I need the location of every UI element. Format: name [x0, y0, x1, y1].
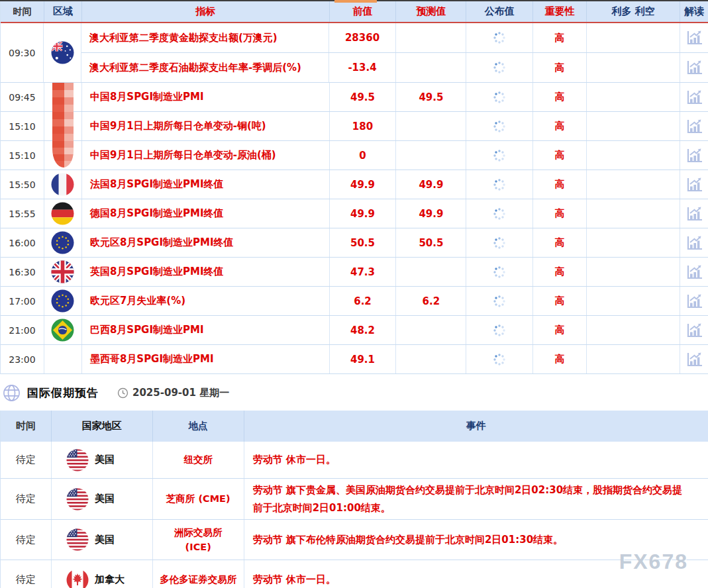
forecast-value [396, 112, 466, 140]
indicator-link[interactable]: 中国8月SPGI制造业PMI [82, 83, 330, 111]
bar-chart-arrow-icon[interactable] [685, 264, 703, 280]
event-time: 16:00 [1, 228, 44, 257]
bull-bear-cell [587, 170, 680, 199]
published-value-pending [466, 345, 533, 373]
loading-spinner-icon [493, 295, 506, 308]
forecast-value [396, 23, 466, 52]
importance-badge: 高 [533, 23, 587, 52]
loading-spinner-icon [493, 353, 506, 366]
holiday-table: 时间 国家地区 地点 事件 待定 美国 纽交所 劳动节 休市一日。 待定 美国 … [0, 411, 708, 588]
forecast-value: 49.9 [396, 170, 466, 199]
country-flag-icon [52, 83, 74, 111]
importance-badge: 高 [533, 53, 587, 82]
country-flag-icon [66, 449, 89, 471]
bar-chart-arrow-icon[interactable] [685, 148, 703, 164]
indicator-link[interactable]: 欧元区8月SPGI制造业PMI终值 [82, 228, 330, 257]
bar-chart-arrow-icon[interactable] [685, 322, 703, 338]
forecast-value [396, 345, 466, 373]
bar-chart-arrow-icon[interactable] [685, 89, 703, 105]
globe-icon [3, 384, 21, 402]
bar-chart-arrow-icon[interactable] [685, 352, 703, 368]
table-row: 澳大利亚第二季度石油勘探支出年率-季调后(%) -13.4 高 [81, 53, 708, 82]
forecast-value: 49.9 [396, 199, 466, 228]
event-time: 23:00 [1, 345, 44, 373]
section-date: 2025-09-01 星期一 [117, 387, 229, 399]
importance-badge: 高 [533, 199, 587, 228]
published-value-pending [466, 141, 533, 170]
country-flag-icon [66, 528, 89, 551]
published-value-pending [466, 53, 533, 82]
importance-badge: 高 [533, 345, 587, 373]
bar-chart-arrow-icon[interactable] [685, 235, 703, 251]
table-row: 15:10 中国9月1日上期所每日仓单变动-铜(吨) 180 高 [1, 112, 708, 141]
bar-chart-arrow-icon[interactable] [685, 206, 703, 222]
forecast-value [396, 258, 466, 286]
event-time: 17:00 [1, 287, 44, 315]
table-row: 15:50 法国8月SPGI制造业PMI终值 49.9 49.9 高 [1, 170, 708, 199]
table-row: 澳大利亚第二季度黄金勘探支出额(万澳元) 28360 高 [81, 23, 708, 53]
indicator-link[interactable]: 澳大利亚第二季度黄金勘探支出额(万澳元) [81, 23, 329, 52]
bar-chart-arrow-icon[interactable] [685, 293, 703, 309]
bull-bear-cell [587, 258, 680, 286]
forecast-value: 50.5 [396, 228, 466, 257]
event-time: 15:50 [1, 170, 44, 199]
event-time: 09:45 [1, 83, 44, 111]
published-value-pending [466, 287, 533, 315]
indicator-link[interactable]: 中国9月1日上期所每日仓单变动-铜(吨) [82, 112, 330, 140]
indicator-link[interactable]: 巴西8月SPGI制造业PMI [82, 316, 330, 344]
indicator-link[interactable]: 中国9月1日上期所每日仓单变动-原油(桶) [82, 141, 330, 170]
country-label: 加拿大 [95, 573, 125, 586]
interpret-cell [680, 228, 708, 257]
bull-bear-cell [587, 316, 680, 344]
interpret-cell [680, 112, 708, 140]
bar-chart-arrow-icon[interactable] [685, 177, 703, 193]
table-row: 15:10 中国9月1日上期所每日仓单变动-原油(桶) 0 高 [1, 141, 708, 170]
table-row: 15:55 德国8月SPGI制造业PMI终值 49.9 49.9 高 [1, 199, 708, 228]
interpret-cell [680, 53, 708, 82]
event-time: 15:10 [1, 112, 44, 140]
exchange-location: 多伦多证券交易所 [153, 560, 244, 588]
bull-bear-cell [587, 83, 680, 111]
indicator-link[interactable]: 澳大利亚第二季度石油勘探支出年率-季调后(%) [81, 53, 329, 82]
importance-badge: 高 [533, 112, 587, 140]
date-label: 2025-09-01 星期一 [132, 387, 229, 399]
loading-spinner-icon [493, 236, 506, 250]
top-border [0, 0, 708, 1]
col-header-location: 地点 [153, 411, 244, 442]
indicator-link[interactable]: 欧元区7月失业率(%) [82, 287, 330, 315]
published-value-pending [466, 228, 533, 257]
importance-badge: 高 [533, 170, 587, 199]
country-cell: 加拿大 [52, 560, 153, 588]
exchange-location: 洲际交易所 (ICE) [153, 520, 244, 560]
holiday-row: 待定 美国 洲际交易所 (ICE) 劳动节 旗下布伦特原油期货合约交易提前于北京… [1, 520, 708, 560]
bar-chart-arrow-icon[interactable] [685, 30, 703, 46]
col-header-published: 公布值 [466, 1, 533, 22]
loading-spinner-icon [493, 31, 506, 44]
country-label: 美国 [95, 454, 115, 466]
indicator-link[interactable]: 墨西哥8月SPGI制造业PMI [82, 345, 330, 373]
previous-value: 0 [330, 141, 397, 170]
country-cell: 美国 [52, 479, 153, 519]
forecast-value [396, 53, 466, 82]
region-cell [44, 199, 82, 228]
country-flag-icon [51, 316, 74, 344]
bar-chart-arrow-icon[interactable] [685, 119, 703, 134]
table-row: 16:30 英国8月SPGI制造业PMI终值 47.3 高 [1, 258, 708, 287]
country-flag-icon [51, 199, 74, 228]
event-time: 16:30 [1, 258, 44, 286]
indicator-link[interactable]: 法国8月SPGI制造业PMI终值 [82, 170, 330, 199]
bull-bear-cell [587, 112, 680, 140]
holiday-table-header: 时间 国家地区 地点 事件 [1, 411, 708, 442]
forecast-value [396, 316, 466, 344]
published-value-pending [466, 83, 533, 111]
indicator-link[interactable]: 英国8月SPGI制造业PMI终值 [82, 258, 330, 286]
bull-bear-cell [587, 23, 680, 52]
region-cell [44, 141, 82, 170]
loading-spinner-icon [493, 149, 506, 162]
exchange-location: 纽交所 [153, 442, 244, 478]
previous-value: 180 [330, 112, 397, 140]
bar-chart-arrow-icon[interactable] [685, 60, 703, 75]
indicator-link[interactable]: 德国8月SPGI制造业PMI终值 [82, 199, 330, 228]
holiday-event-text: 劳动节 旗下贵金属、美国原油期货合约交易提前于北京时间2日02:30结束，股指期… [244, 479, 708, 519]
importance-badge: 高 [533, 316, 587, 344]
